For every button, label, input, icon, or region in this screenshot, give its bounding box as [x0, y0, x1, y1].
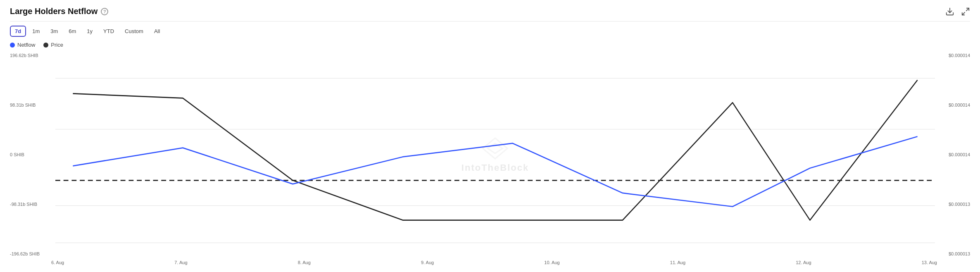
svg-line-1: [966, 8, 969, 10]
x-label-6: 12. Aug: [796, 260, 811, 265]
chart-svg: [55, 53, 935, 256]
x-label-0: 6. Aug: [51, 260, 64, 265]
y-left-1: 98.31b SHIB: [10, 103, 59, 107]
y-right-1: $0.000014: [949, 103, 970, 107]
y-left-4: -196.62b SHIB: [10, 251, 59, 256]
y-left-2: 0 SHIB: [10, 152, 59, 157]
y-right-2: $0.000014: [949, 152, 970, 157]
x-label-1: 7. Aug: [174, 260, 187, 265]
expand-button[interactable]: [961, 7, 970, 16]
filter-6m[interactable]: 6m: [64, 26, 81, 36]
legend-netflow: Netflow: [10, 42, 35, 48]
y-left-3: -98.31b SHIB: [10, 202, 59, 207]
svg-line-2: [962, 12, 965, 14]
x-label-2: 8. Aug: [298, 260, 311, 265]
y-right-4: $0.000013: [949, 251, 970, 256]
x-label-5: 11. Aug: [670, 260, 685, 265]
y-right-3: $0.000013: [949, 202, 970, 207]
header-divider: [10, 21, 970, 21]
filter-7d[interactable]: 7d: [10, 26, 26, 37]
page-title: Large Holders Netflow: [10, 7, 98, 16]
legend: Netflow Price: [10, 42, 970, 48]
filter-1y[interactable]: 1y: [82, 26, 97, 36]
x-axis: 6. Aug 7. Aug 8. Aug 9. Aug 10. Aug 11. …: [51, 256, 937, 269]
filter-ytd[interactable]: YTD: [99, 26, 119, 36]
filter-all[interactable]: All: [150, 26, 164, 36]
legend-price-label: Price: [51, 42, 63, 48]
price-dot: [43, 43, 48, 48]
main-container: Large Holders Netflow ?: [0, 0, 980, 272]
filter-1m[interactable]: 1m: [28, 26, 44, 36]
help-icon[interactable]: ?: [101, 8, 108, 15]
y-left-0: 196.62b SHIB: [10, 53, 59, 58]
y-right-0: $0.000014: [949, 53, 970, 58]
netflow-line: [73, 136, 917, 206]
download-button[interactable]: [945, 7, 954, 16]
header-left: Large Holders Netflow ?: [10, 7, 108, 16]
chart-svg-container: IntoTheBlock: [55, 53, 935, 256]
legend-netflow-label: Netflow: [17, 42, 35, 48]
filter-custom[interactable]: Custom: [120, 26, 148, 36]
header: Large Holders Netflow ?: [10, 7, 970, 16]
x-label-7: 13. Aug: [922, 260, 937, 265]
price-line: [73, 80, 917, 220]
chart-area: 196.62b SHIB 98.31b SHIB 0 SHIB -98.31b …: [10, 53, 970, 269]
time-filters: 7d 1m 3m 6m 1y YTD Custom All: [10, 26, 970, 37]
x-label-4: 10. Aug: [544, 260, 559, 265]
netflow-dot: [10, 43, 15, 48]
filter-3m[interactable]: 3m: [46, 26, 62, 36]
header-right: [945, 7, 970, 16]
y-axis-right: $0.000014 $0.000014 $0.000014 $0.000013 …: [933, 53, 970, 256]
x-label-3: 9. Aug: [421, 260, 434, 265]
legend-price: Price: [43, 42, 63, 48]
y-axis-left: 196.62b SHIB 98.31b SHIB 0 SHIB -98.31b …: [10, 53, 59, 256]
